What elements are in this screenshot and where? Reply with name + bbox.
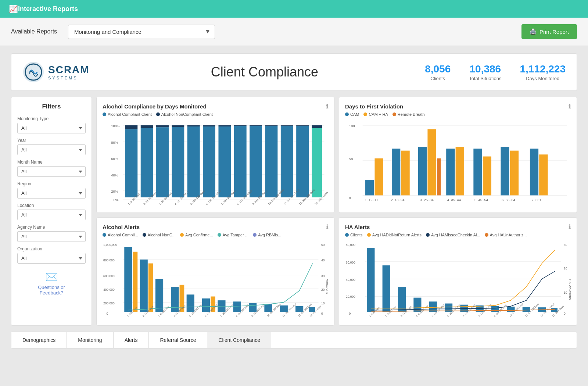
svg-rect-25 [218,126,231,197]
svg-text:20: 20 [564,267,567,270]
scram-logo-icon [22,61,44,83]
feedback-section[interactable]: ✉️ Questions orFeedback? [17,271,86,296]
svg-rect-14 [125,125,137,129]
filter-organization-select[interactable]: All [17,253,86,264]
filter-location-select[interactable]: All [17,210,86,220]
svg-text:5. 45–54: 5. 45–54 [474,198,488,202]
stat-days: 1,112,223 Days Monitored [520,63,566,81]
legend-compliant-dot [103,112,106,116]
alcohol-compliance-chart: Alcohol Compliance by Days Monitored ℹ A… [96,97,334,213]
ha-alerts-chart: HA Alerts ℹ Clients Avg HADidNotReturn A… [339,217,577,326]
svg-rect-71 [530,149,538,195]
alcohol-compliance-info-icon[interactable]: ℹ [326,103,328,110]
filter-month-label: Month Name [17,160,86,165]
svg-rect-72 [539,154,548,195]
filter-month-select[interactable]: All [17,166,86,177]
svg-text:6. 55–64: 6. 55–64 [502,198,516,202]
svg-rect-36 [296,125,309,126]
svg-rect-24 [203,125,215,126]
legend-aa-tamper-label: Avg Tamper ... [223,233,249,237]
filter-region-select[interactable]: All [17,188,86,199]
svg-rect-23 [203,126,215,197]
report-select[interactable]: Monitoring and Compliance [68,25,215,39]
charts-grid: Filters Monitoring Type All Year All Mon… [11,97,577,326]
svg-rect-67 [473,149,482,195]
legend-aa-compli: Alcohol Compli... [103,233,138,237]
svg-rect-143 [367,248,374,312]
svg-rect-63 [427,129,436,195]
svg-text:0: 0 [321,312,323,315]
filter-year-select[interactable]: All [17,144,86,155]
svg-rect-66 [456,147,464,195]
svg-text:200,000: 200,000 [103,301,115,305]
svg-text:20: 20 [321,288,325,292]
logo-systems-text: SYSTEMS [48,76,90,80]
svg-text:20,000: 20,000 [346,295,355,299]
days-to-violation-legend: CAM CAM + HA Remote Breath [345,112,571,117]
print-report-button[interactable]: 🖨️ Print Report [521,24,577,39]
stat-clients-value: 8,056 [425,63,451,75]
svg-rect-33 [281,126,293,197]
svg-rect-101 [148,263,153,312]
tab-alerts[interactable]: Alerts [114,332,149,348]
legend-cam-ha-label: CAM + HA [369,112,388,117]
svg-text:7. 65+: 7. 65+ [531,198,541,202]
filter-agency-label: Agency Name [17,225,86,230]
alcohol-compliance-legend: Alcohol Compliant Client Alcohol NonComp… [103,112,328,117]
svg-rect-26 [218,125,231,126]
svg-rect-61 [401,151,409,196]
tab-client-compliance[interactable]: Client Compliance [207,332,271,348]
legend-cam: CAM [345,112,359,117]
legend-aa-rbmis-label: Avg RBMis... [258,233,281,237]
svg-rect-100 [140,260,148,312]
top-bar: 📈 Interactive Reports [0,0,588,18]
stat-situations-label: Total Situations [469,76,501,81]
logo-text: SCRAM SYSTEMS [48,64,90,80]
legend-ha-clients-label: Clients [350,233,363,237]
legend-noncompliant: Alcohol NonCompliant Client [156,112,213,117]
legend-cam-ha: CAM + HA [363,112,388,117]
svg-rect-17 [156,127,169,197]
alcohol-alerts-info-icon[interactable]: ℹ [326,224,328,230]
app-title: Interactive Reports [18,5,78,13]
filter-year-label: Year [17,138,86,143]
printer-icon: 🖨️ [530,28,537,35]
filters-title: Filters [17,103,86,110]
days-to-first-violation-title: Days to First Violation ℹ [345,103,571,110]
days-to-violation-info-icon[interactable]: ℹ [569,103,571,110]
svg-rect-98 [124,247,132,312]
legend-aa-compli-dot [103,233,106,237]
legend-aa-nonc: Alcohol NonC... [143,233,176,237]
stats-group: 8,056 Clients 10,386 Total Situations 1,… [425,63,566,81]
filter-agency-select[interactable]: All [17,231,86,242]
ha-alerts-svg: 80,000 60,000 40,000 20,000 0 30 20 10 0 [345,240,571,318]
filter-location: Location All [17,203,86,220]
ha-alerts-info-icon[interactable]: ℹ [569,224,571,230]
svg-text:HA Violations: HA Violations [568,279,571,300]
header-row: Available Reports Monitoring and Complia… [0,18,588,46]
tab-referral-source[interactable]: Referral Source [149,332,207,348]
legend-aa-confirm-label: Avg Confirme... [185,233,213,237]
legend-ha-missedcheckin-dot [426,233,430,237]
filter-monitoring-type-label: Monitoring Type [17,116,86,121]
svg-text:3. 25–34: 3. 25–34 [420,198,434,202]
legend-aa-confirm: Avg Confirme... [180,233,213,237]
logo-scram-text: SCRAM [48,64,90,76]
svg-rect-16 [141,125,153,128]
svg-rect-19 [172,127,184,197]
svg-rect-34 [281,125,293,126]
tab-monitoring[interactable]: Monitoring [67,332,113,348]
svg-text:60,000: 60,000 [346,260,355,264]
tab-demographics[interactable]: Demographics [11,332,67,348]
svg-text:100: 100 [349,124,355,128]
filter-monitoring-type-select[interactable]: All [17,123,86,133]
stat-clients: 8,056 Clients [425,63,451,81]
stat-situations: 10,386 Total Situations [469,63,501,81]
svg-rect-31 [265,126,278,197]
svg-rect-59 [374,158,383,196]
svg-text:10: 10 [564,291,567,294]
svg-text:1,000,000: 1,000,000 [103,243,117,247]
svg-rect-62 [418,147,427,195]
filters-panel: Filters Monitoring Type All Year All Mon… [11,97,92,326]
svg-rect-146 [413,298,421,312]
